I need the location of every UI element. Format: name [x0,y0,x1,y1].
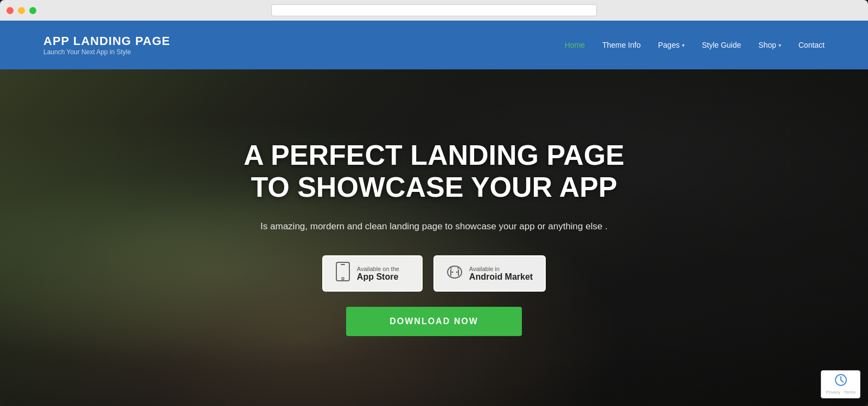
download-now-button[interactable]: DOWNLOAD NOW [346,307,522,336]
site-header: APP LANDING PAGE Launch Your Next App in… [0,21,868,69]
svg-rect-0 [336,262,349,281]
android-market-button[interactable]: Available in Android Market [433,255,546,292]
nav-contact[interactable]: Contact [799,41,825,49]
svg-point-3 [448,266,462,278]
android-market-text: Available in Android Market [469,266,533,282]
store-buttons-group: Available on the App Store [222,255,646,292]
nav-pages[interactable]: Pages ▾ [658,41,685,49]
logo-subtitle: Launch Your Next App in Style [43,48,170,56]
address-bar[interactable] [271,4,597,16]
app-store-text: Available on the App Store [357,266,399,282]
close-button[interactable] [7,7,14,14]
site-nav: Home Theme Info Pages ▾ Style Guide Shop… [565,41,825,49]
site-logo[interactable]: APP LANDING PAGE Launch Your Next App in… [43,34,170,56]
svg-point-2 [342,278,344,280]
app-store-button[interactable]: Available on the App Store [322,255,423,292]
svg-point-5 [456,272,457,273]
recaptcha-badge: Privacy · Terms [821,370,860,398]
android-icon [446,262,463,285]
hero-title: A PERFECT LANDING PAGE TO SHOWCASE YOUR … [222,139,646,204]
window-chrome [0,0,868,21]
recaptcha-icon [835,374,847,389]
nav-theme-info[interactable]: Theme Info [602,41,641,49]
chevron-down-icon: ▾ [778,42,781,48]
hero-section: A PERFECT LANDING PAGE TO SHOWCASE YOUR … [0,69,868,406]
svg-rect-1 [341,264,345,265]
hero-subtitle: Is amazing, mordern and clean landing pa… [222,219,646,234]
nav-home[interactable]: Home [565,41,585,49]
phone-icon [335,262,350,285]
site-wrapper: APP LANDING PAGE Launch Your Next App in… [0,21,868,406]
nav-style-guide[interactable]: Style Guide [702,41,741,49]
recaptcha-links: Privacy · Terms [826,390,856,395]
hero-content: A PERFECT LANDING PAGE TO SHOWCASE YOUR … [222,139,646,337]
logo-title: APP LANDING PAGE [43,34,170,48]
chevron-down-icon: ▾ [682,42,685,48]
nav-shop[interactable]: Shop ▾ [758,41,781,49]
minimize-button[interactable] [18,7,25,14]
svg-point-4 [451,272,453,273]
maximize-button[interactable] [29,7,36,14]
